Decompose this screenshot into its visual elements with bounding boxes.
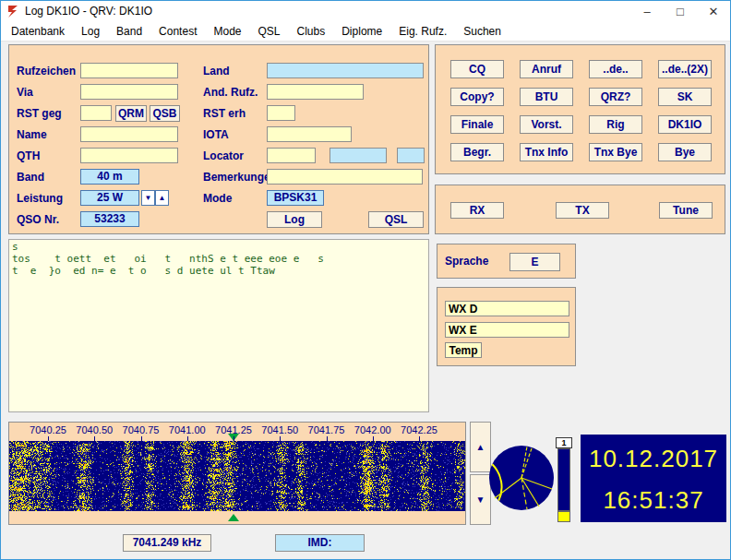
- via-input[interactable]: [80, 84, 178, 100]
- locator-distance-field[interactable]: [330, 148, 387, 163]
- leistung-label: Leistung: [17, 192, 63, 205]
- frequency-scale-tick: [187, 436, 188, 441]
- qth-input[interactable]: [80, 148, 178, 163]
- menu-item-clubs[interactable]: Clubs: [289, 22, 334, 41]
- maximize-icon[interactable]: □: [664, 1, 697, 21]
- wx-panel: Temp: [437, 287, 576, 366]
- frequency-scale-label: 7040.75: [123, 424, 160, 435]
- macro-button-copy[interactable]: Copy?: [450, 88, 504, 106]
- rst-geg-input[interactable]: [80, 105, 112, 121]
- temp-button[interactable]: Temp: [445, 342, 482, 358]
- rx-text-area[interactable]: s tos t oett et oi t nthS e t eee eoe e …: [8, 239, 429, 412]
- clock-panel: 10.12.2017 16:51:37: [581, 435, 726, 522]
- sprache-panel: Sprache E: [437, 244, 576, 279]
- qth-label: QTH: [17, 149, 40, 162]
- and-rufz-input[interactable]: [267, 84, 364, 100]
- waterfall-bottom-strip: [9, 511, 465, 524]
- rufzeichen-label: Rufzeichen: [17, 65, 76, 77]
- mode-value[interactable]: BPSK31: [267, 190, 324, 206]
- squelch-slider-thumb[interactable]: [557, 511, 570, 522]
- menu-item-band[interactable]: Band: [108, 22, 150, 41]
- locator-input[interactable]: [267, 148, 316, 163]
- menu-item-diplome[interactable]: Diplome: [333, 22, 390, 41]
- tx-button[interactable]: TX: [556, 202, 609, 219]
- macro-button-vorst[interactable]: Vorst.: [520, 115, 573, 134]
- date-display: 10.12.2017: [581, 445, 726, 473]
- menu-bar: DatenbankLogBandContestModeQSLClubsDiplo…: [1, 21, 730, 42]
- frequency-scale-label: 7041.25: [215, 424, 252, 435]
- log-button[interactable]: Log: [267, 211, 322, 228]
- log-form-panel: Rufzeichen Land Via And. Rufz. RST geg Q…: [8, 44, 429, 234]
- macro-button-qrz[interactable]: QRZ?: [589, 88, 642, 106]
- macro-button-de[interactable]: ..de..: [589, 60, 642, 78]
- locator-label: Locator: [203, 149, 244, 162]
- minimize-icon[interactable]: –: [630, 1, 664, 21]
- macro-button-dk1io[interactable]: DK1IO: [658, 115, 712, 134]
- macro-button-rig[interactable]: Rig: [589, 115, 642, 134]
- land-label: Land: [203, 65, 230, 77]
- frequency-scale: 7040.257040.507040.757041.007041.257041.…: [9, 423, 465, 441]
- macro-button-de-2x[interactable]: ..de..(2X): [658, 60, 712, 78]
- menu-item-contest[interactable]: Contest: [150, 22, 205, 41]
- frequency-scale-label: 7042.00: [354, 424, 391, 435]
- name-input[interactable]: [80, 126, 178, 142]
- tuning-marker-bottom-icon: [228, 514, 239, 521]
- squelch-slider[interactable]: [557, 448, 570, 511]
- frequency-scale-label: 7042.25: [401, 424, 437, 435]
- locator-bearing-field[interactable]: [397, 148, 425, 163]
- frequency-scale-label: 7041.75: [308, 424, 345, 435]
- qsb-button[interactable]: QSB: [150, 105, 180, 122]
- macro-button-btu[interactable]: BTU: [520, 88, 573, 106]
- frequency-scale-tick: [327, 436, 328, 441]
- qsl-button[interactable]: QSL: [368, 211, 424, 228]
- app-window: Log DK1IO - QRV: DK1IO – □ ✕ DatenbankLo…: [0, 0, 731, 560]
- menu-item-log[interactable]: Log: [73, 22, 108, 41]
- menu-item-qsl[interactable]: QSL: [250, 22, 289, 41]
- iota-label: IOTA: [203, 128, 229, 141]
- wx-d-field[interactable]: [445, 301, 569, 316]
- power-up-icon[interactable]: ▲: [155, 190, 169, 206]
- squelch-value: 1: [556, 437, 572, 448]
- power-down-icon[interactable]: ▼: [141, 190, 155, 206]
- rst-erh-input[interactable]: [267, 105, 295, 121]
- macro-button-cq[interactable]: CQ: [450, 60, 504, 78]
- macro-button-finale[interactable]: Finale: [450, 115, 504, 134]
- rx-button[interactable]: RX: [450, 202, 504, 219]
- close-icon[interactable]: ✕: [697, 1, 730, 21]
- macro-button-tnx-info[interactable]: Tnx Info: [520, 143, 573, 161]
- window-controls: – □ ✕: [630, 1, 730, 21]
- band-label: Band: [17, 171, 44, 184]
- waterfall-group: 7040.257040.507040.757041.007041.257041.…: [8, 422, 466, 525]
- macro-button-begr[interactable]: Begr.: [450, 143, 504, 161]
- rufzeichen-input[interactable]: [80, 63, 178, 78]
- qrm-button[interactable]: QRM: [115, 105, 147, 122]
- macro-button-anruf[interactable]: Anruf: [520, 60, 573, 78]
- macro-panel: CQAnruf..de....de..(2X)Copy?BTUQRZ?SKFin…: [435, 44, 725, 174]
- tune-button[interactable]: Tune: [659, 202, 713, 219]
- menu-item-eig-rufz[interactable]: Eig. Rufz.: [390, 22, 455, 41]
- wx-e-field[interactable]: [445, 322, 569, 338]
- menu-item-mode[interactable]: Mode: [205, 22, 249, 41]
- sprache-button[interactable]: E: [509, 253, 560, 271]
- frequency-scale-tick: [234, 436, 234, 441]
- qso-nr-label: QSO Nr.: [17, 213, 59, 226]
- land-input[interactable]: [267, 63, 424, 78]
- title-bar: Log DK1IO - QRV: DK1IO – □ ✕: [1, 1, 730, 21]
- frequency-scale-tick: [141, 436, 142, 441]
- menu-item-suchen[interactable]: Suchen: [455, 22, 509, 41]
- macro-button-sk[interactable]: SK: [658, 88, 712, 106]
- name-label: Name: [17, 128, 47, 141]
- mode-label: Mode: [203, 192, 232, 205]
- waterfall-display[interactable]: [9, 441, 465, 511]
- frequency-scale-label: 7041.00: [169, 424, 206, 435]
- band-value[interactable]: 40 m: [80, 169, 139, 185]
- iota-input[interactable]: [267, 126, 352, 142]
- leistung-value[interactable]: 25 W: [80, 190, 139, 206]
- frequency-scale-tick: [280, 436, 281, 441]
- frequency-scale-label: 7040.50: [76, 424, 113, 435]
- macro-button-tnx-bye[interactable]: Tnx Bye: [589, 143, 642, 161]
- macro-button-bye[interactable]: Bye: [658, 143, 712, 161]
- bemerkungen-input[interactable]: [267, 169, 423, 185]
- menu-item-datenbank[interactable]: Datenbank: [3, 22, 73, 41]
- app-logo-icon: [7, 5, 19, 18]
